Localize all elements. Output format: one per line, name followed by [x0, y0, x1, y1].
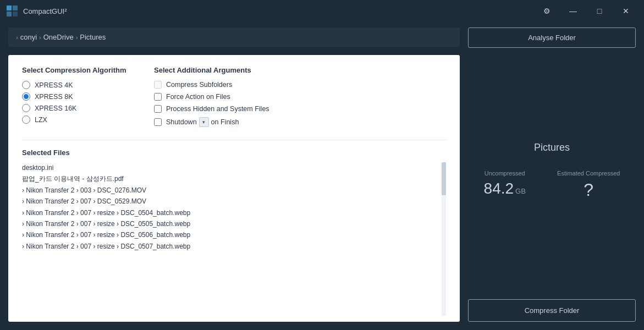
breadcrumb-conyi[interactable]: conyi [20, 33, 37, 41]
estimated-value: ? [584, 180, 593, 200]
minimize-button[interactable]: — [560, 2, 586, 20]
radio-xpress4k-label: XPRESS 4K [35, 81, 73, 89]
breadcrumb-pictures[interactable]: Pictures [80, 33, 106, 41]
list-item: › Nikon Transfer 2 › 003 › DSC_0276.MOV [22, 185, 438, 196]
on-finish-label: on Finish [211, 118, 239, 126]
estimated-label: Estimated Compressed [557, 170, 620, 177]
close-button[interactable]: ✕ [613, 2, 639, 20]
checkbox-hidden-system[interactable]: Process Hidden and System Files [154, 105, 446, 113]
right-panel: Analyse Folder Pictures Uncompressed 84.… [468, 22, 644, 330]
checkbox-shutdown-input[interactable] [154, 118, 162, 126]
options-section: Select Compression Algorithm XPRESS 4K X… [8, 55, 460, 140]
radio-xpress16k[interactable]: XPRESS 16K [22, 104, 132, 112]
breadcrumb-onedrive[interactable]: OneDrive [43, 33, 74, 41]
arguments-title: Select Additional Arguments [154, 66, 446, 74]
scrollbar-track[interactable] [442, 162, 446, 316]
files-list-container: desktop.ini팝업_카드 이용내역 - 삼성카드.pdf› Nikon … [22, 162, 446, 316]
title-bar: CompactGUI² ⚙ — □ ✕ [0, 0, 644, 22]
checkbox-hidden-system-label: Process Hidden and System Files [166, 105, 269, 113]
title-bar-controls: ⚙ — □ ✕ [534, 2, 639, 20]
list-item: › Nikon Transfer 2 › 007 › resize › DSC_… [22, 229, 438, 240]
svg-rect-3 [13, 12, 18, 16]
compression-col: Select Compression Algorithm XPRESS 4K X… [22, 66, 132, 131]
app-logo [5, 4, 19, 18]
checkbox-compress-subfolders-label: Compress Subfolders [166, 81, 232, 89]
radio-xpress4k[interactable]: XPRESS 4K [22, 81, 132, 89]
radio-xpress4k-input[interactable] [22, 81, 30, 89]
list-item: desktop.ini [22, 162, 438, 173]
radio-xpress8k-input[interactable] [22, 92, 30, 101]
checkbox-compress-subfolders[interactable]: Compress Subfolders [154, 81, 446, 89]
compression-title: Select Compression Algorithm [22, 66, 132, 74]
list-item: › Nikon Transfer 2 › 007 › resize › DSC_… [22, 218, 438, 229]
app-title: CompactGUI² [23, 7, 67, 15]
breadcrumb[interactable]: › conyi › OneDrive › Pictures [8, 28, 460, 47]
left-panel: › conyi › OneDrive › Pictures Select Com… [0, 22, 468, 330]
radio-xpress16k-label: XPRESS 16K [35, 105, 76, 112]
radio-lzx-label: LZX [35, 116, 47, 124]
checkbox-force-action-label: Force Action on Files [166, 93, 230, 101]
svg-rect-0 [7, 6, 12, 10]
settings-button[interactable]: ⚙ [534, 2, 559, 20]
maximize-button[interactable]: □ [587, 2, 612, 20]
uncompressed-value: 84.2GB [484, 180, 526, 197]
stats-row: Uncompressed 84.2GB Estimated Compressed… [468, 170, 636, 200]
shutdown-row: Shutdown ▾ on Finish [166, 117, 239, 127]
checkbox-shutdown-row: Shutdown ▾ on Finish [154, 117, 446, 127]
radio-lzx[interactable]: LZX [22, 116, 132, 124]
breadcrumb-sep2: › [76, 34, 78, 41]
selected-files-section: Selected Files desktop.ini팝업_카드 이용내역 - 삼… [8, 140, 460, 322]
compress-folder-button[interactable]: Compress Folder [468, 299, 636, 322]
right-info: Pictures Uncompressed 84.2GB Estimated C… [468, 48, 636, 299]
folder-name: Pictures [534, 142, 570, 153]
checkbox-hidden-system-input[interactable] [154, 105, 162, 113]
list-item: 팝업_카드 이용내역 - 삼성카드.pdf [22, 173, 438, 184]
breadcrumb-sep1: › [39, 34, 41, 41]
files-list: desktop.ini팝업_카드 이용내역 - 삼성카드.pdf› Nikon … [22, 162, 446, 316]
selected-files-title: Selected Files [22, 148, 446, 157]
svg-rect-2 [7, 12, 12, 16]
checkbox-force-action[interactable]: Force Action on Files [154, 93, 446, 101]
svg-rect-1 [13, 6, 18, 10]
uncompressed-stat: Uncompressed 84.2GB [484, 170, 526, 200]
title-bar-left: CompactGUI² [5, 4, 67, 18]
checkbox-force-action-input[interactable] [154, 93, 162, 101]
uncompressed-number: 84.2 [484, 180, 514, 197]
checkbox-compress-subfolders-input[interactable] [154, 81, 162, 89]
uncompressed-label: Uncompressed [485, 170, 525, 177]
list-item: › Nikon Transfer 2 › 007 › resize › DSC_… [22, 207, 438, 218]
scrollbar-thumb[interactable] [442, 162, 446, 195]
analyse-folder-button[interactable]: Analyse Folder [468, 28, 636, 48]
uncompressed-unit: GB [515, 187, 526, 195]
checkbox-shutdown-label: Shutdown [166, 118, 197, 126]
radio-xpress8k[interactable]: XPRESS 8K [22, 92, 132, 101]
estimated-stat: Estimated Compressed ? [557, 170, 620, 200]
radio-xpress16k-input[interactable] [22, 104, 30, 112]
list-item: › Nikon Transfer 2 › 007 › resize › DSC_… [22, 241, 438, 252]
main-card: Select Compression Algorithm XPRESS 4K X… [8, 55, 460, 322]
list-item: › Nikon Transfer 2 › 007 › DSC_0529.MOV [22, 196, 438, 207]
radio-xpress8k-label: XPRESS 8K [35, 93, 73, 101]
shutdown-dropdown[interactable]: ▾ [199, 117, 209, 127]
breadcrumb-arrow: › [16, 34, 18, 41]
arguments-col: Select Additional Arguments Compress Sub… [154, 66, 446, 131]
main-content: › conyi › OneDrive › Pictures Select Com… [0, 22, 644, 330]
radio-lzx-input[interactable] [22, 116, 30, 124]
